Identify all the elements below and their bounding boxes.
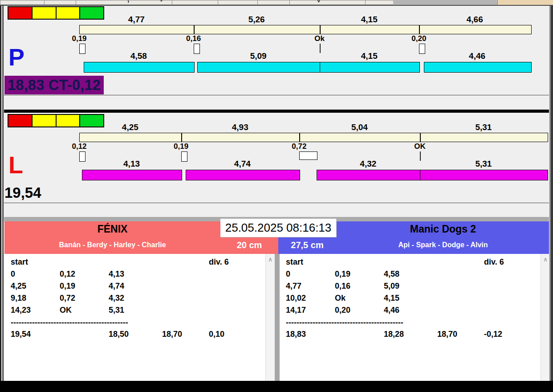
team-right-jump-height: 27,5 cm [278,240,336,250]
table-row: ----------------------------------------… [280,318,540,330]
table-row: 00,194,58 [280,270,540,282]
run-time-bar [197,62,320,73]
scroll-up-icon[interactable]: ∧ [266,256,275,263]
separator-dashes: ----------------------------------------… [286,318,403,327]
run-time-label: 5,31 [420,159,547,168]
run-time-bar [317,170,421,180]
run-time-bar [186,170,300,180]
toolbar-button[interactable] [218,0,258,5]
lane-separator-line [4,203,549,203]
split-divider [320,25,321,34]
toolbar-button[interactable] [44,0,77,5]
run-time-bar [424,62,532,73]
separator-dashes: ----------------------------------------… [11,318,128,327]
lane-letter: P [8,45,24,69]
dropdown-arrow-icon[interactable]: ˅ [317,0,321,4]
status-light [8,115,33,127]
toolbar-button[interactable] [365,0,394,5]
lap-value: 0,72 [60,294,75,303]
split-time-bar [79,25,532,34]
lane-separator-line [4,95,549,95]
split-time-label: 4,66 [406,15,544,24]
time-diff: 0,10 [209,330,224,339]
lap-value: 14,23 [11,306,31,315]
team-left-jump-height: 20 cm [220,240,278,250]
run-time-label: 4,15 [320,52,419,61]
cutoff-text-glyph: - [160,0,163,4]
lap-value: 4,15 [384,294,399,303]
run-time-label: 4,32 [317,159,420,168]
table-row: 4,250,194,74 [4,282,265,294]
split-divider [194,25,195,34]
col-start-label: start [286,257,303,267]
toolbar-right-panel [497,0,553,5]
toolbar-spacer [393,0,497,5]
lap-value: 14,17 [286,306,306,315]
crossing-label: 0,19 [61,34,97,43]
table-row: startdiv. 6 [280,257,540,270]
run-time-bar [320,62,420,73]
split-divider [420,133,421,142]
toolbar-button[interactable] [257,0,290,5]
toolbar-button[interactable] [289,0,366,5]
crossing-label: 0,20 [401,34,437,43]
crossing-label: OK [402,142,438,151]
panel-divider [275,254,280,381]
toolbar-button[interactable] [76,0,173,5]
lap-value: 0 [286,270,290,279]
team-right-results-panel: startdiv. 600,194,584,770,165,0910,02Ok4… [280,254,550,381]
lane-P-display: P 18,83 CT-0,12 4,770,194,585,260,165,09… [0,5,553,110]
crossing-label: 0,16 [176,34,211,43]
toolbar[interactable]: , - ˅ [0,0,553,6]
lap-value: 9,18 [11,294,26,303]
team-left-name: FÉNIX [4,223,220,235]
team-left-results-table: startdiv. 600,124,134,250,194,749,180,72… [4,254,265,381]
col-start-label: start [11,257,28,267]
lap-value: 4,13 [109,270,124,279]
table-row: 00,124,13 [4,270,265,282]
table-row: 10,02Ok4,15 [280,294,540,306]
lane-L-display: L 19,54 4,250,124,134,930,194,745,040,72… [0,113,553,217]
table-row: 9,180,724,32 [4,294,265,306]
scoreboard: FÉNIX Banán - Berdy - Harley - Charlie 2… [0,217,553,381]
record-time: 18,70 [437,330,457,339]
run-time-label: 5,09 [197,52,319,61]
lap-value: OK [60,306,72,315]
lap-value: 4,46 [384,306,399,315]
lap-value: 5,09 [384,282,399,291]
lap-value: 0,19 [60,282,75,291]
lap-value: 0,16 [335,282,350,291]
lap-value: 0,20 [335,306,350,315]
division-label: div. 6 [484,257,504,267]
lap-value: 0 [11,270,15,279]
lane-letter: L [8,153,23,177]
status-light [8,7,33,19]
lap-value: 0,12 [60,270,75,279]
lap-value: Ok [335,294,346,303]
crossing-label: 0,19 [163,142,199,151]
team-left-dogs: Banán - Berdy - Harley - Charlie [4,241,220,249]
lap-value: 5,31 [109,306,124,315]
team-right-name: Manic Dogs 2 [336,223,550,235]
scrollbar[interactable]: ∧ [265,254,275,381]
table-row: startdiv. 6 [4,257,265,270]
crossing-loss-box [299,151,317,160]
lap-value: 10,02 [286,294,306,303]
scroll-up-icon[interactable]: ∧ [541,256,550,263]
lane-total-time: 19,54 [4,184,41,202]
table-row: 14,23OK5,31 [4,306,265,318]
crossing-label: 0,72 [281,142,317,151]
toolbar-button[interactable] [0,0,45,5]
window-frame-left [0,5,4,381]
run-time-bar [84,62,194,73]
lap-value: 4,32 [109,294,124,303]
total-time: 19,54 [11,330,31,339]
toolbar-button[interactable] [172,0,219,5]
table-row: 19,5418,5018,700,10 [4,330,265,342]
lap-value: 4,77 [286,282,301,291]
scrollbar[interactable]: ∧ [541,254,550,381]
cutoff-text-glyph: , [127,0,129,4]
run-time-label: 4,58 [84,52,193,61]
team-right-results-table: startdiv. 600,194,584,770,165,0910,02Ok4… [280,254,540,381]
team-right-dogs: Api - Spark - Dodge - Alvin [336,241,550,249]
